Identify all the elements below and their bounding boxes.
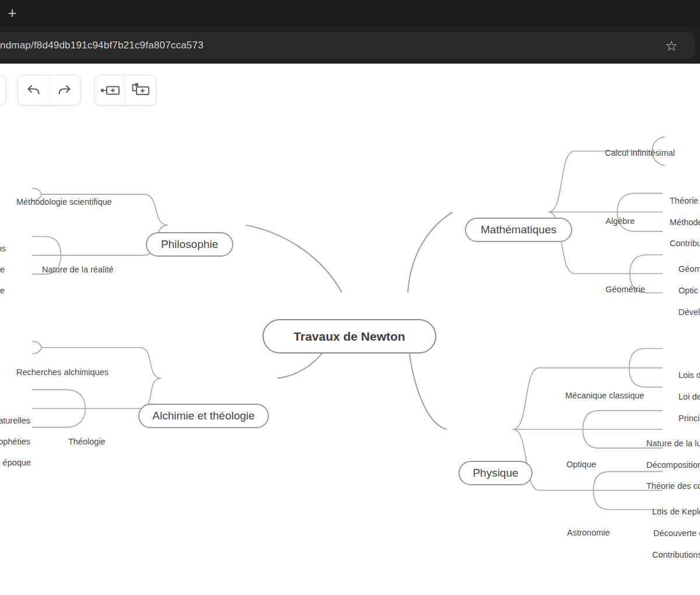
mindmap: Travaux de Newton Philosophie Mathématiq… [0, 64, 700, 595]
node-fragment-methode[interactable]: Méthode [670, 218, 700, 227]
node-theologie[interactable]: Théologie [68, 438, 106, 446]
node-fragment-ns[interactable]: ns [0, 244, 6, 253]
node-root[interactable]: Travaux de Newton [262, 319, 436, 354]
node-fragment-devel[interactable]: Dével [678, 308, 700, 317]
node-fragment-nature-lumiere[interactable]: Nature de la lumiè [646, 439, 700, 448]
add-sibling-node-icon [100, 82, 121, 99]
node-geometrie[interactable]: Géométrie [606, 285, 645, 294]
node-fragment-lois-d[interactable]: Lois d [678, 371, 700, 380]
add-child-node-button[interactable] [125, 75, 156, 105]
undo-icon [25, 82, 41, 99]
node-calcul-infinitesimal[interactable]: Calcul infinitésimal [605, 149, 675, 158]
node-fragment-propheties[interactable]: ophéties [0, 438, 30, 446]
node-recherches-alchimiques[interactable]: Recherches alchimiques [16, 368, 108, 377]
address-bar[interactable]: ndmap/f8d49db191c94bf7b21c9fa807cca573 ☆ [0, 32, 695, 59]
url-text: ndmap/f8d49db191c94bf7b21c9fa807cca573 [0, 40, 204, 51]
add-child-node-icon [130, 82, 151, 99]
node-fragment-loi-de[interactable]: Loi de [678, 393, 700, 401]
toolbar-group-partial [0, 75, 6, 106]
node-nature-de-la-realite[interactable]: Nature de la réalité [42, 265, 114, 274]
node-optique[interactable]: Optique [566, 460, 596, 469]
node-mathematiques[interactable]: Mathématiques [465, 218, 572, 242]
address-bar-row: ndmap/f8d49db191c94bf7b21c9fa807cca573 ☆ [0, 26, 700, 64]
node-fragment-re-2[interactable]: re [0, 286, 5, 295]
undo-button[interactable] [18, 75, 49, 105]
node-fragment-lois-kepler[interactable]: Lois de Kepler s [652, 508, 700, 516]
mindmap-canvas[interactable]: Travaux de Newton Philosophie Mathématiq… [0, 64, 700, 595]
add-sibling-node-button[interactable] [95, 75, 125, 105]
node-fragment-decouverte[interactable]: Découverte de [653, 529, 700, 538]
node-algebre[interactable]: Algèbre [606, 217, 635, 226]
redo-icon [57, 82, 73, 99]
node-fragment-optic[interactable]: Optic [678, 286, 698, 295]
node-fragment-theorie-couleurs[interactable]: Théorie des couleu [646, 482, 700, 491]
node-fragment-contribu[interactable]: Contribu [670, 239, 700, 248]
redo-button[interactable] [49, 75, 80, 105]
node-mecanique-classique[interactable]: Mécanique classique [565, 391, 644, 400]
node-fragment-epoque[interactable]: n époque [0, 459, 31, 467]
node-fragment-princi[interactable]: Princi [678, 414, 699, 423]
node-fragment-aturelles[interactable]: aturelles [0, 416, 30, 425]
node-fragment-contributions[interactable]: Contributions à [652, 551, 700, 559]
node-astronomie[interactable]: Astronomie [567, 528, 610, 537]
node-fragment-theorie[interactable]: Théorie [670, 197, 698, 205]
tab-bar: + [0, 0, 700, 26]
toolbar-group-history [18, 75, 80, 106]
toolbar-group-insert [94, 75, 156, 106]
node-methodologie-scientifique[interactable]: Méthodologie scientifique [16, 198, 112, 206]
node-philosophie[interactable]: Philosophie [146, 232, 233, 257]
node-fragment-decomposition[interactable]: Décomposition de [646, 461, 700, 470]
node-fragment-geom[interactable]: Géom [678, 265, 700, 274]
new-tab-button[interactable]: + [4, 4, 21, 22]
node-physique[interactable]: Physique [459, 461, 533, 485]
bookmark-star-icon[interactable]: ☆ [662, 37, 681, 55]
node-fragment-re-1[interactable]: re [0, 265, 5, 274]
node-alchimie-et-theologie[interactable]: Alchimie et théologie [138, 404, 269, 428]
